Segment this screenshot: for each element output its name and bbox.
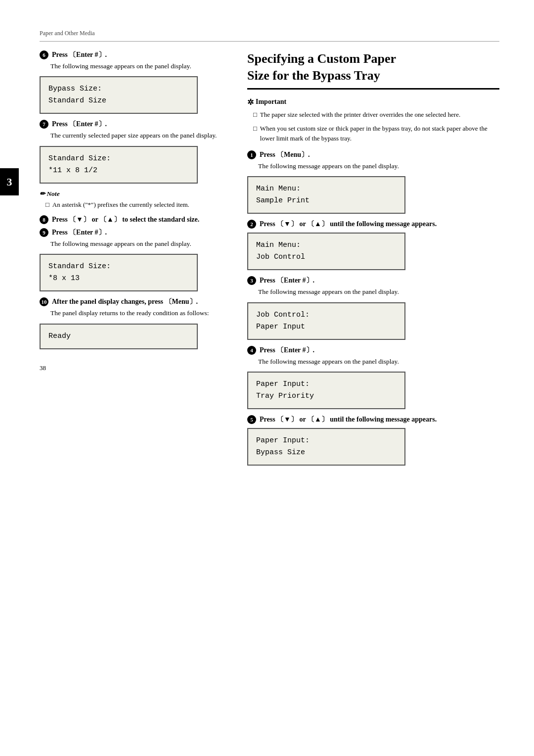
right-step-2-row: 2 Press 〔▼〕 or 〔▲〕 until the following m… bbox=[247, 220, 499, 229]
important-block: Important The paper size selected with t… bbox=[247, 97, 499, 143]
right-step-4-display: Paper Input:Tray Priority bbox=[247, 372, 405, 409]
right-step-4-body: The following message appears on the pan… bbox=[258, 357, 499, 367]
pencil-icon: ✏ bbox=[40, 190, 46, 197]
right-step-1-display: Main Menu:Sample Print bbox=[247, 176, 405, 214]
important-item-1: The paper size selected with the printer… bbox=[253, 110, 499, 120]
right-step-4-circle: 4 bbox=[247, 346, 256, 355]
right-column: Specifying a Custom PaperSize for the By… bbox=[247, 50, 499, 726]
right-step-2-display: Main Menu:Job Control bbox=[247, 233, 405, 270]
step-8-label: Press 〔▼〕 or 〔▲〕 to select the standard … bbox=[52, 215, 199, 224]
step-7-display: Standard Size:*11 x 8 1/2 bbox=[40, 146, 198, 184]
step-7-circle: 7 bbox=[40, 120, 48, 129]
right-step-1-row: 1 Press 〔Menu〕. bbox=[247, 150, 499, 159]
right-step-5-label: Press 〔▼〕 or 〔▲〕 until the following mes… bbox=[260, 415, 437, 424]
step-10-row: 10 After the panel display changes, pres… bbox=[40, 297, 227, 306]
note-item: An asterisk ("*") prefixes the currently… bbox=[45, 200, 227, 210]
right-step-4-label: Press 〔Enter #〕. bbox=[260, 346, 314, 355]
step-9-body: The following message appears on the pan… bbox=[50, 239, 227, 249]
note-block: ✏ Note An asterisk ("*") prefixes the cu… bbox=[40, 189, 227, 210]
right-step-5-display: Paper Input:Bypass Size bbox=[247, 428, 405, 466]
right-step-2-circle: 2 bbox=[247, 220, 256, 229]
step-7-label: Press 〔Enter #〕. bbox=[52, 120, 107, 129]
important-label: Important bbox=[247, 97, 499, 107]
step-6-body: The following message appears on the pan… bbox=[50, 61, 227, 71]
chapter-marker: 3 bbox=[0, 168, 19, 195]
right-step-3-circle: 3 bbox=[247, 276, 256, 285]
step-8-circle: 8 bbox=[40, 215, 48, 224]
breadcrumb: Paper and Other Media bbox=[40, 30, 499, 42]
right-step-5-row: 5 Press 〔▼〕 or 〔▲〕 until the following m… bbox=[247, 415, 499, 424]
step-6-circle: 6 bbox=[40, 50, 48, 59]
right-step-3-body: The following message appears on the pan… bbox=[258, 287, 499, 297]
step-9-label: Press 〔Enter #〕. bbox=[52, 228, 107, 237]
important-item-2: When you set custom size or thick paper … bbox=[253, 124, 499, 143]
right-step-2-label: Press 〔▼〕 or 〔▲〕 until the following mes… bbox=[260, 220, 437, 229]
step-10-circle: 10 bbox=[40, 297, 48, 306]
page-number: 38 bbox=[40, 364, 227, 372]
step-9-row: 9 Press 〔Enter #〕. bbox=[40, 228, 227, 237]
step-10-body: The panel display returns to the ready c… bbox=[50, 308, 227, 318]
step-7-body: The currently selected paper size appear… bbox=[50, 131, 227, 141]
step-9-display: Standard Size:*8 x 13 bbox=[40, 254, 198, 291]
step-6-row: 6 Press 〔Enter #〕. bbox=[40, 50, 227, 59]
section-title: Specifying a Custom PaperSize for the By… bbox=[247, 50, 499, 90]
note-label: ✏ Note bbox=[40, 189, 227, 198]
right-step-3-row: 3 Press 〔Enter #〕. bbox=[247, 276, 499, 285]
right-step-4-row: 4 Press 〔Enter #〕. bbox=[247, 346, 499, 355]
right-step-1-label: Press 〔Menu〕. bbox=[260, 150, 310, 159]
right-step-3-display: Job Control:Paper Input bbox=[247, 302, 405, 340]
step-9-circle: 9 bbox=[40, 228, 48, 237]
right-step-1-circle: 1 bbox=[247, 150, 256, 159]
right-step-3-label: Press 〔Enter #〕. bbox=[260, 276, 314, 285]
right-step-1-body: The following message appears on the pan… bbox=[258, 161, 499, 171]
step-6-display: Bypass Size:Standard Size bbox=[40, 76, 198, 114]
step-7-row: 7 Press 〔Enter #〕. bbox=[40, 120, 227, 129]
right-step-5-circle: 5 bbox=[247, 415, 256, 424]
left-column: 6 Press 〔Enter #〕. The following message… bbox=[40, 50, 227, 726]
step-6-label: Press 〔Enter #〕. bbox=[52, 50, 107, 59]
step-8-row: 8 Press 〔▼〕 or 〔▲〕 to select the standar… bbox=[40, 215, 227, 224]
step-10-display: Ready bbox=[40, 324, 198, 349]
step-10-label: After the panel display changes, press 〔… bbox=[52, 297, 198, 306]
